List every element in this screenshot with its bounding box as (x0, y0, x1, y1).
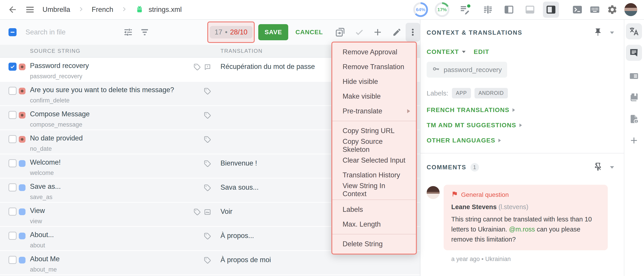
row-checkbox[interactable] (8, 87, 16, 95)
file-info-icon[interactable] (626, 111, 642, 127)
edit-list-icon[interactable] (459, 4, 471, 16)
string-key-value: password_recovery (444, 66, 502, 74)
translation-status-dot (19, 88, 26, 94)
translated-progress-ring: 64% (413, 2, 428, 17)
source-string-column-header: SOURCE STRING (28, 48, 187, 54)
search-input[interactable]: Search in file (26, 28, 114, 36)
breadcrumb-project[interactable]: Umbrella (42, 6, 70, 14)
menu-item[interactable]: Copy String URL (332, 124, 416, 138)
string-key: confirm_delete (30, 97, 187, 104)
glossary-book-icon[interactable] (626, 90, 642, 106)
view-right-panel-icon[interactable] (543, 2, 559, 18)
string-key-pill: password_recovery (427, 62, 507, 78)
view-left-panel-icon[interactable] (501, 2, 517, 18)
row-checkbox[interactable] (8, 135, 16, 143)
string-context-menu: Remove ApprovalRemove TranslationHide vi… (332, 42, 417, 254)
pencil-icon[interactable] (392, 28, 402, 37)
menu-item[interactable]: Translation History (332, 168, 416, 182)
source-string-text: Welcome! (30, 154, 187, 166)
comments-section: COMMENTS 1 General question (420, 153, 624, 262)
translation-editor-app: Umbrella French strings.xml 64% (0, 0, 644, 276)
menu-item[interactable]: View String In Context (332, 182, 416, 197)
string-key: password_recovery (30, 73, 187, 80)
comment-author-name[interactable]: Leane Stevens (451, 203, 497, 210)
row-checkbox[interactable] (8, 63, 16, 71)
tag-icon (204, 88, 211, 105)
user-avatar[interactable] (624, 3, 637, 16)
menu-item[interactable]: Labels (332, 202, 416, 217)
annotation-highlight-counter: 17 • 28/10 (207, 22, 255, 43)
menu-item[interactable]: Max. Length (332, 217, 416, 232)
row-checkbox[interactable] (8, 184, 16, 192)
chevron-down-icon (462, 51, 466, 53)
back-arrow-icon[interactable] (8, 5, 18, 14)
flag-icon (451, 190, 458, 199)
topbar: Umbrella French strings.xml 64% (0, 0, 644, 20)
breadcrumb-language[interactable]: French (92, 6, 113, 14)
translated-progress-value: 64% (416, 7, 425, 12)
pin-icon[interactable] (594, 28, 602, 38)
commenter-avatar (427, 186, 440, 199)
plus-icon[interactable] (373, 28, 382, 37)
section-label: TM AND MT SUGGESTIONS (427, 122, 516, 129)
string-key: welcome (30, 170, 187, 176)
screenshot-icon (204, 208, 211, 226)
breadcrumb-file[interactable]: strings.xml (149, 6, 182, 14)
section-label: OTHER LANGUAGES (427, 137, 495, 144)
menu-item[interactable]: Remove Approval (332, 45, 416, 60)
submenu-arrow-icon (407, 109, 410, 113)
section-other-languages[interactable]: OTHER LANGUAGES (427, 137, 614, 144)
key-icon (432, 65, 440, 74)
counter-fraction: 28/10 (230, 28, 248, 36)
tune-icon[interactable] (123, 27, 133, 37)
row-checkbox[interactable] (8, 159, 16, 167)
view-bottom-panel-icon[interactable] (522, 2, 538, 18)
translate-icon[interactable] (626, 23, 642, 39)
side-toolbar (624, 20, 644, 276)
save-button[interactable]: SAVE (258, 24, 288, 40)
kebab-menu-icon[interactable] (406, 23, 420, 42)
menu-item[interactable]: Clear Selected Input (332, 153, 416, 168)
menu-icon[interactable] (25, 5, 35, 14)
keyboard-icon[interactable] (590, 4, 600, 15)
terminal-icon[interactable] (572, 4, 583, 15)
string-key: view (30, 218, 187, 225)
section-french-translations[interactable]: FRENCH TRANSLATIONS (427, 106, 614, 114)
source-string-text: View (30, 203, 187, 215)
table-row[interactable]: About Me about_me À propos de moi (0, 251, 420, 275)
comment-author-username: (l.stevens) (498, 203, 528, 210)
add-panel-icon[interactable] (626, 132, 642, 148)
cancel-button[interactable]: CANCEL (296, 29, 323, 36)
chevron-right-icon (512, 108, 515, 112)
row-checkbox[interactable] (8, 232, 16, 240)
section-tm-mt-suggestions[interactable]: TM AND MT SUGGESTIONS (427, 122, 614, 129)
edit-context-button[interactable]: EDIT (474, 48, 489, 56)
unpin-icon[interactable] (594, 162, 602, 172)
menu-item[interactable]: Copy Source Skeleton (332, 138, 416, 153)
filter-icon[interactable] (140, 27, 150, 37)
chevron-right-icon (520, 124, 522, 127)
gear-icon[interactable] (607, 4, 618, 15)
comments-icon[interactable] (626, 45, 642, 61)
approve-check-icon[interactable] (355, 28, 364, 37)
menu-item[interactable]: Make visible (332, 89, 416, 104)
string-card-icon[interactable] (626, 68, 642, 84)
row-checkbox[interactable] (8, 111, 16, 119)
chevron-down-icon[interactable] (610, 166, 614, 169)
approved-progress-ring: 17% (435, 2, 450, 17)
view-side-by-side-icon[interactable] (480, 2, 496, 18)
chevron-down-icon[interactable] (610, 32, 614, 34)
menu-item[interactable]: Remove Translation (332, 60, 416, 74)
menu-item[interactable]: Hide visible (332, 74, 416, 89)
mention-link[interactable]: @m.ross (509, 226, 535, 233)
approved-progress-value: 17% (438, 7, 447, 12)
menu-item[interactable]: Pre-translate (332, 104, 416, 118)
row-checkbox[interactable] (8, 256, 16, 264)
menu-item[interactable]: Delete String (332, 237, 416, 252)
select-all-checkbox[interactable] (8, 28, 16, 36)
tag-icon (204, 184, 211, 202)
context-section-toggle[interactable]: CONTEXT (427, 48, 459, 56)
translation-status-dot (19, 160, 26, 167)
row-checkbox[interactable] (8, 208, 16, 216)
copy-source-icon[interactable] (335, 27, 345, 37)
